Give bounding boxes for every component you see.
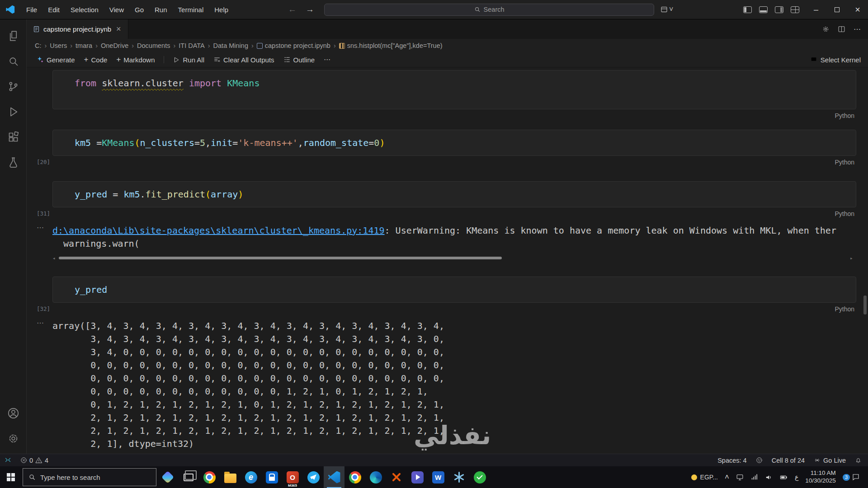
menu-terminal[interactable]: Terminal <box>173 0 209 19</box>
split-editor-icon[interactable] <box>838 25 845 33</box>
menu-run[interactable]: Run <box>149 0 173 19</box>
battery-icon[interactable] <box>779 474 788 481</box>
menu-file[interactable]: File <box>21 0 42 19</box>
taskbar-app-word[interactable]: W <box>428 466 448 488</box>
menu-help[interactable]: Help <box>209 0 234 19</box>
toolbar-more-icon[interactable]: ⋯ <box>324 56 330 64</box>
settings-gear-icon[interactable] <box>0 426 27 451</box>
taskbar-app-snowflake-app[interactable] <box>448 466 469 488</box>
taskbar-app-vscode[interactable] <box>324 466 344 488</box>
nav-back-icon[interactable]: ← <box>288 5 297 14</box>
close-button[interactable]: × <box>847 0 868 19</box>
vertical-scrollbar-thumb[interactable] <box>863 296 867 314</box>
taskbar-clock[interactable]: 11:10 AM 10/30/2025 <box>805 469 836 485</box>
remote-indicator[interactable] <box>5 457 11 464</box>
extensions-icon[interactable] <box>0 124 27 150</box>
maximize-button[interactable] <box>826 0 847 19</box>
breadcrumb-item[interactable]: Data Mining <box>213 42 248 49</box>
outline-button[interactable]: Outline <box>283 56 315 64</box>
clear-all-outputs-button[interactable]: Clear All Outputs <box>213 56 274 64</box>
network-signal-icon[interactable] <box>750 474 758 481</box>
taskbar-app-microsoft-365[interactable]: OM365 <box>282 466 303 488</box>
taskbar-app-edge[interactable]: e <box>241 466 261 488</box>
cell-language-picker[interactable]: Python <box>835 159 854 166</box>
cell-language-picker[interactable]: Python <box>835 210 854 217</box>
taskbar-app-cortana[interactable] <box>157 466 178 488</box>
taskbar-app-green-chat-app[interactable] <box>469 466 490 488</box>
source-control-icon[interactable] <box>0 74 27 99</box>
tray-expand-icon[interactable]: ˄ <box>725 473 729 482</box>
more-actions-icon[interactable]: ⋯ <box>854 25 861 33</box>
breadcrumb-item[interactable]: C: <box>35 42 42 49</box>
minimize-button[interactable]: – <box>806 0 826 19</box>
breadcrumb-item[interactable]: capstone project.ipynb <box>257 42 330 49</box>
breadcrumb-item[interactable]: OneDrive <box>101 42 128 49</box>
run-debug-icon[interactable] <box>0 99 27 124</box>
warning-file-link[interactable]: d:\anaconda\Lib\site-packages\sklearn\cl… <box>52 225 385 236</box>
taskbar-app-media-app[interactable] <box>407 466 428 488</box>
cell-position-indicator[interactable]: Cell 8 of 24 <box>772 457 805 464</box>
breadcrumb-item[interactable]: Users <box>50 42 67 49</box>
nav-forward-icon[interactable]: → <box>306 5 314 14</box>
cell-code-editor[interactable]: km5 =KMeans(n_clusters=5,init='k-means++… <box>52 130 856 156</box>
toggle-panel-icon[interactable] <box>759 6 768 13</box>
horizontal-scrollbar[interactable]: ◂ ▸ <box>52 256 856 260</box>
indent-indicator[interactable]: Spaces: 4 <box>717 457 747 464</box>
display-icon[interactable] <box>736 474 744 481</box>
taskbar-search-input[interactable]: Type here to search <box>23 468 156 486</box>
customize-layout-icon[interactable] <box>791 6 799 13</box>
notifications-bell-icon[interactable] <box>855 457 862 464</box>
search-sidebar-icon[interactable] <box>0 48 27 74</box>
breadcrumb-item[interactable]: ITI DATA <box>179 42 204 49</box>
cell-code-editor[interactable]: from sklearn.cluster import KMeans <box>52 70 856 109</box>
customize-layout-dropdown[interactable]: ˅ <box>660 5 673 14</box>
testing-icon[interactable] <box>0 150 27 175</box>
toggle-secondary-sidebar-icon[interactable] <box>775 6 783 13</box>
breadcrumb-item[interactable]: Documents <box>137 42 170 49</box>
run-all-button[interactable]: Run All <box>173 56 204 64</box>
add-code-button[interactable]: + Code <box>84 55 108 64</box>
go-live-button[interactable]: Go Live <box>814 457 846 464</box>
output-options-icon[interactable]: ⋯ <box>37 223 44 232</box>
feedback-smiley-icon[interactable] <box>756 457 763 464</box>
taskbar-app-chrome[interactable] <box>199 466 220 488</box>
toggle-sidebar-icon[interactable] <box>743 6 752 13</box>
problems-indicator[interactable]: 0 4 <box>20 457 48 464</box>
accounts-icon[interactable] <box>0 400 27 426</box>
action-center[interactable]: 3 <box>843 473 863 481</box>
cell-language-picker[interactable]: Python <box>835 305 854 313</box>
search-box[interactable]: Search <box>324 4 654 16</box>
menu-selection[interactable]: Selection <box>65 0 104 19</box>
menu-view[interactable]: View <box>104 0 129 19</box>
menu-go[interactable]: Go <box>129 0 149 19</box>
tab-close-icon[interactable]: × <box>115 24 123 34</box>
cell-code-editor[interactable]: y_pred = km5.fit_predict(array) <box>52 181 856 207</box>
taskbar-app-chrome-profile[interactable] <box>344 466 365 488</box>
notebook-settings-icon[interactable] <box>822 25 830 33</box>
output-options-icon[interactable]: ⋯ <box>37 319 44 327</box>
select-kernel-button[interactable]: Select Kernel <box>810 56 861 64</box>
news-widget[interactable]: EGP... <box>691 474 718 481</box>
taskbar-app-task-view[interactable] <box>178 466 199 488</box>
scroll-left-icon[interactable]: ◂ <box>52 252 59 265</box>
volume-icon[interactable] <box>765 474 773 481</box>
breadcrumb-item[interactable]: sns.histplot(mc["Age"],kde=True) <box>339 42 443 49</box>
generate-button[interactable]: Generate <box>37 56 75 64</box>
breadcrumb-item[interactable]: tmara <box>75 42 92 49</box>
tab-capstone-project[interactable]: capstone project.ipynb × <box>27 19 128 39</box>
taskbar-app-telegram[interactable] <box>303 466 324 488</box>
scrollbar-thumb[interactable] <box>59 257 502 259</box>
taskbar-app-edge-browser[interactable] <box>365 466 386 488</box>
vscode-logo-icon[interactable] <box>0 5 21 14</box>
explorer-icon[interactable] <box>0 23 27 48</box>
add-markdown-button[interactable]: + Markdown <box>116 55 155 64</box>
cell-language-picker[interactable]: Python <box>835 112 854 119</box>
language-indicator[interactable]: ع <box>795 474 798 481</box>
taskbar-app-microsoft-store[interactable] <box>261 466 282 488</box>
cell-code-editor[interactable]: y_pred <box>52 277 856 303</box>
menu-edit[interactable]: Edit <box>42 0 65 19</box>
start-button[interactable] <box>0 466 22 488</box>
taskbar-app-x-app[interactable] <box>386 466 407 488</box>
scroll-right-icon[interactable]: ▸ <box>850 252 856 265</box>
taskbar-app-file-explorer[interactable] <box>220 466 241 488</box>
